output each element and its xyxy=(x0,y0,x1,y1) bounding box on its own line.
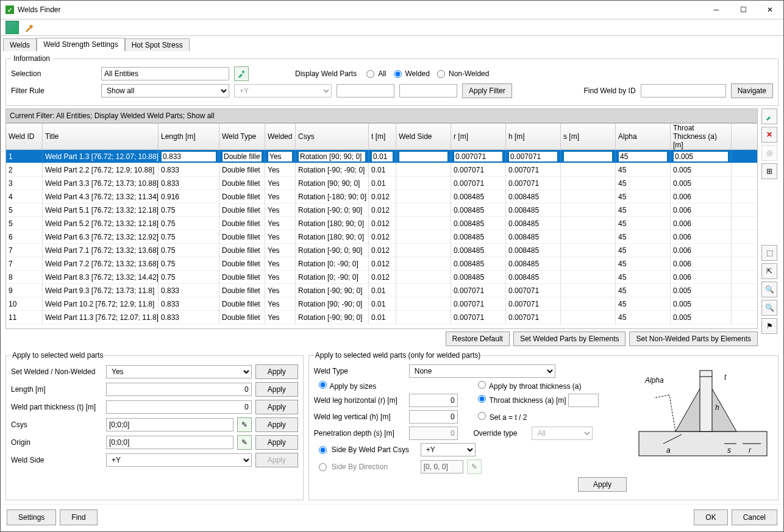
find-weld-input[interactable] xyxy=(641,84,726,98)
table-row[interactable]: 5Weld Part 5.1 [76.72; 13.32; 12.18]0.75… xyxy=(6,204,757,217)
filter-rule-select[interactable]: Show all xyxy=(101,84,229,98)
cell-editor[interactable] xyxy=(618,151,668,162)
cell-editor[interactable] xyxy=(508,151,558,162)
side-scope-icon[interactable]: ⊞ xyxy=(761,163,777,179)
leg-h-input[interactable] xyxy=(409,394,458,407)
cell-editor[interactable] xyxy=(161,151,216,162)
weld-type-select[interactable]: None xyxy=(409,364,555,378)
find-button[interactable]: Find xyxy=(60,509,97,525)
table-row[interactable]: 11Weld Part 11.3 [76.72; 12.07; 11.8]0.8… xyxy=(6,311,757,324)
table-row[interactable]: 9Weld Part 9.3 [76.72; 13.73; 11.8]0.833… xyxy=(6,284,757,297)
grid-body[interactable]: 1Weld Part 1.3 [76.72; 12.07; 10.88]2Wel… xyxy=(6,150,757,328)
weld-grid: Weld ID Title Length [m] Weld Type Welde… xyxy=(5,123,758,329)
close-button[interactable]: ✕ xyxy=(757,1,783,19)
radio-welded[interactable] xyxy=(394,70,402,78)
tab-hot-spot[interactable]: Hot Spot Stress xyxy=(125,38,190,51)
table-row[interactable]: 8Weld Part 8.3 [76.72; 13.32; 14.42]0.75… xyxy=(6,271,757,284)
filter-text-2[interactable] xyxy=(399,84,457,98)
selection-pick-button[interactable] xyxy=(234,66,249,81)
weld-side-select[interactable]: +Y xyxy=(106,453,252,467)
selection-label: Selection xyxy=(11,69,96,78)
tool-brush-icon[interactable] xyxy=(23,21,36,34)
svg-text:s: s xyxy=(727,446,731,455)
cell-editor[interactable] xyxy=(371,151,393,162)
svg-text:t: t xyxy=(724,373,727,381)
throat-input[interactable] xyxy=(568,394,599,407)
radio-all[interactable] xyxy=(366,70,374,78)
table-row[interactable]: 6Weld Part 6.3 [76.72; 13.32; 12.92]0.75… xyxy=(6,230,757,244)
cell-editor[interactable] xyxy=(563,151,613,162)
radio-apply-throat[interactable] xyxy=(478,381,486,389)
maximize-button[interactable]: ☐ xyxy=(730,1,757,19)
apply-thickness-button[interactable]: Apply xyxy=(255,400,298,414)
radio-throat-thickness[interactable] xyxy=(478,395,486,403)
tab-weld-strength[interactable]: Weld Strength Settings xyxy=(37,38,125,51)
table-row[interactable]: 5Weld Part 5.2 [76.72; 13.32; 12.18]0.75… xyxy=(6,217,757,230)
apply-welded-button[interactable]: Apply xyxy=(255,364,298,379)
tool-panels-icon[interactable] xyxy=(5,21,19,34)
csys-input[interactable] xyxy=(106,418,233,431)
length-input[interactable] xyxy=(106,383,252,396)
svg-text:a: a xyxy=(666,446,671,455)
set-non-welded-button[interactable]: Set Non-Welded Parts by Elements xyxy=(629,332,758,346)
apply-right-button[interactable]: Apply xyxy=(578,477,627,492)
side-select-icon[interactable]: ⬚ xyxy=(761,245,777,261)
apply-origin-button[interactable]: Apply xyxy=(255,435,298,450)
minimize-button[interactable]: ─ xyxy=(703,1,730,19)
ok-button[interactable]: OK xyxy=(694,509,727,525)
titlebar: ✓ Welds Finder ─ ☐ ✕ xyxy=(1,1,783,19)
cell-editor[interactable] xyxy=(399,151,448,162)
side-export-icon[interactable]: ⇱ xyxy=(761,263,777,279)
side-zoom-icon[interactable]: 🔍 xyxy=(761,282,777,297)
origin-input[interactable] xyxy=(106,436,233,449)
leg-v-input[interactable] xyxy=(409,410,458,424)
thickness-input[interactable] xyxy=(106,400,252,414)
app-icon: ✓ xyxy=(5,5,14,14)
origin-pick-icon[interactable]: ✎ xyxy=(237,435,252,450)
table-row[interactable]: 10Weld Part 10.2 [76.72; 12.9; 11.8]0.83… xyxy=(6,297,757,311)
apply-csys-button[interactable]: Apply xyxy=(255,417,298,432)
info-legend: Information xyxy=(11,54,52,63)
cell-editor[interactable] xyxy=(222,151,262,162)
apply-filter-button[interactable]: Apply Filter xyxy=(462,83,512,98)
radio-side-csys[interactable] xyxy=(319,446,327,454)
side-csys-select[interactable]: +Y xyxy=(421,443,476,456)
display-label: Display Weld Parts xyxy=(295,69,357,78)
cancel-button[interactable]: Cancel xyxy=(732,509,777,525)
restore-default-button[interactable]: Restore Default xyxy=(446,332,510,346)
apply-length-button[interactable]: Apply xyxy=(255,382,298,397)
toolbar xyxy=(1,19,783,36)
side-pick-icon[interactable] xyxy=(761,108,777,124)
table-row[interactable]: 4Weld Part 4.3 [76.72; 13.32; 11.34]0.91… xyxy=(6,190,757,204)
side-zoom2-icon[interactable]: 🔍 xyxy=(761,300,777,316)
radio-apply-sizes[interactable] xyxy=(319,381,327,389)
weld-diagram: Alpha t h a s r xyxy=(633,364,773,462)
cell-editor[interactable] xyxy=(673,151,729,162)
radio-set-a[interactable] xyxy=(478,412,486,420)
side-dir-input xyxy=(421,460,463,473)
table-row[interactable]: 1Weld Part 1.3 [76.72; 12.07; 10.88] xyxy=(6,150,757,163)
tab-welds[interactable]: Welds xyxy=(3,38,37,51)
table-row[interactable]: 7Weld Part 7.1 [76.72; 13.32; 13.68]0.75… xyxy=(6,244,757,257)
cell-editor[interactable] xyxy=(268,151,293,162)
filter-text-1[interactable] xyxy=(337,84,394,98)
navigate-button[interactable]: Navigate xyxy=(731,83,773,98)
selection-input[interactable] xyxy=(101,67,229,80)
svg-rect-5 xyxy=(700,371,712,431)
cell-editor[interactable] xyxy=(454,151,503,162)
csys-pick-icon[interactable]: ✎ xyxy=(237,417,252,432)
radio-non-welded[interactable] xyxy=(437,70,445,78)
table-row[interactable]: 3Weld Part 3.3 [76.72; 13.73; 10.88]0.83… xyxy=(6,177,757,190)
table-row[interactable]: 7Weld Part 7.2 [76.72; 13.32; 13.68]0.75… xyxy=(6,257,757,271)
side-flag-icon[interactable]: ⚑ xyxy=(761,318,777,334)
table-row[interactable]: 2Weld Part 2.2 [76.72; 12.9; 10.88]0.833… xyxy=(6,163,757,177)
axis-select: +Y xyxy=(234,84,332,98)
side-delete-icon[interactable]: ✕ xyxy=(761,127,777,143)
settings-button[interactable]: Settings xyxy=(7,509,56,525)
left-apply-group: Apply to selected weld parts Set Welded … xyxy=(5,351,304,500)
svg-point-1 xyxy=(242,71,244,73)
radio-side-dir[interactable] xyxy=(319,463,327,471)
set-welded-button[interactable]: Set Welded Parts by Elements xyxy=(513,332,626,346)
cell-editor[interactable] xyxy=(298,151,366,162)
set-welded-select[interactable]: Yes xyxy=(106,365,252,378)
